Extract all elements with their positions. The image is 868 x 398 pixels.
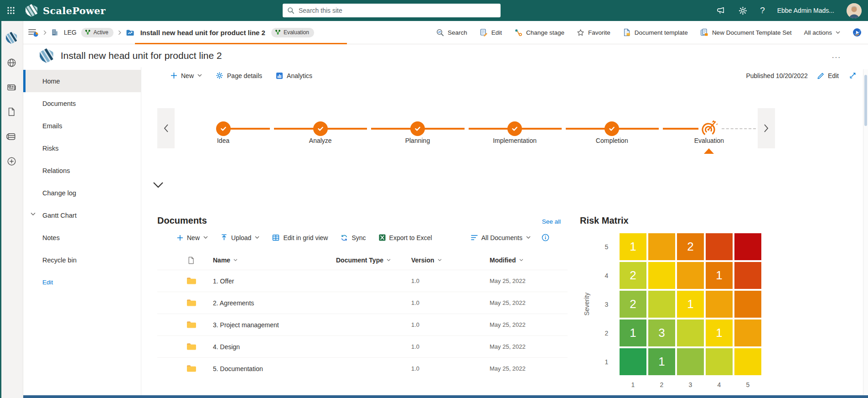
sidebar-item[interactable]: Recycle bin — [23, 249, 141, 271]
risk-cell[interactable] — [620, 348, 646, 375]
help-icon[interactable]: ? — [760, 5, 765, 16]
timeline-scroll-right[interactable] — [758, 108, 775, 148]
page-details-button[interactable]: Page details — [216, 72, 262, 79]
site-search-box[interactable] — [283, 4, 501, 17]
site-status-badge[interactable]: Active — [81, 28, 114, 37]
timeline-stage[interactable]: Planning — [369, 108, 466, 148]
avatar[interactable] — [847, 3, 862, 18]
rail-home-site[interactable] — [0, 26, 23, 50]
rail-add-icon[interactable] — [0, 149, 23, 173]
timeline-stage[interactable]: Implementation — [466, 108, 563, 148]
timeline-stage[interactable]: Completion — [563, 108, 661, 148]
settings-gear-icon[interactable] — [738, 6, 748, 16]
sidebar-item[interactable]: Notes — [23, 226, 141, 249]
change-stage-action[interactable]: Change stage — [514, 28, 564, 37]
edit-page-button[interactable]: Edit — [817, 72, 839, 79]
see-all-link[interactable]: See all — [542, 218, 561, 225]
scrollbar-thumb[interactable] — [864, 75, 867, 126]
column-header-document-type[interactable]: Document Type — [336, 257, 411, 264]
timeline-stage[interactable]: Idea — [175, 108, 272, 148]
page-stage-badge[interactable]: Evaluation — [271, 28, 314, 37]
table-row[interactable]: 1. Offer 1.0 May 25, 2022 — [157, 270, 568, 292]
rail-globe-icon[interactable] — [0, 50, 23, 75]
risk-cell[interactable]: 2 — [620, 262, 646, 289]
sidebar-item[interactable]: Home — [23, 70, 141, 92]
app-launcher-icon[interactable] — [0, 0, 22, 21]
expand-icon[interactable] — [849, 72, 857, 79]
rail-news-icon[interactable] — [0, 75, 23, 100]
risk-cell[interactable] — [677, 348, 704, 375]
vertical-scrollbar[interactable] — [863, 69, 868, 398]
table-row[interactable]: 3. Project management 1.0 May 25, 2022 — [157, 314, 568, 335]
sidebar-item[interactable]: Change log — [23, 182, 141, 204]
risk-cell[interactable]: 1 — [620, 233, 646, 260]
site-list-menu-icon[interactable] — [28, 28, 39, 37]
collapse-section-chevron[interactable] — [152, 181, 164, 189]
scalepower-logo[interactable]: ScalePower — [25, 4, 106, 17]
risk-cell[interactable]: 1 — [620, 319, 646, 346]
new-button[interactable]: New — [170, 72, 202, 79]
view-selector[interactable]: All Documents — [471, 234, 531, 241]
timeline-stage[interactable]: Analyze — [272, 108, 369, 148]
breadcrumb-page[interactable]: Install new head unit for product line 2 — [140, 29, 265, 37]
table-row[interactable]: 4. Design 1.0 May 25, 2022 — [157, 335, 568, 357]
table-row[interactable]: 5. Documentation 1.0 May 25, 2022 — [157, 357, 568, 379]
sidebar-item[interactable]: Emails — [23, 115, 141, 137]
search-action[interactable]: Search — [436, 28, 467, 37]
risk-cell[interactable] — [677, 262, 704, 289]
sidebar-item[interactable]: Risks — [23, 137, 141, 159]
sidebar-item[interactable]: Documents — [23, 92, 141, 115]
risk-cell[interactable]: 1 — [648, 348, 675, 375]
upload-button[interactable]: Upload — [221, 234, 259, 241]
risk-cell[interactable]: 2 — [620, 291, 646, 318]
document-template-action[interactable]: Document template — [623, 28, 688, 37]
risk-cell[interactable]: 1 — [706, 319, 733, 346]
site-search-input[interactable] — [299, 7, 496, 14]
timeline-scroll-left[interactable] — [157, 108, 175, 148]
risk-cell[interactable] — [734, 319, 761, 346]
risk-cell[interactable] — [734, 262, 761, 289]
info-icon[interactable] — [542, 234, 549, 241]
table-row[interactable]: 2. Agreements 1.0 May 25, 2022 — [157, 292, 568, 314]
risk-cell[interactable] — [677, 319, 704, 346]
sidebar-item[interactable]: Gantt Chart — [23, 204, 141, 226]
breadcrumb-site[interactable]: LEG — [64, 29, 77, 36]
risk-cell[interactable]: 2 — [677, 233, 704, 260]
risk-cell[interactable] — [734, 291, 761, 318]
analytics-button[interactable]: Analytics — [276, 72, 312, 79]
risk-cell[interactable]: 1 — [706, 262, 733, 289]
risk-cell[interactable] — [648, 291, 675, 318]
column-header-modified[interactable]: Modified — [490, 257, 568, 264]
rail-document-icon[interactable] — [0, 100, 23, 124]
risk-cell[interactable]: 3 — [648, 319, 675, 346]
document-name: 1. Offer — [213, 278, 336, 285]
risk-cell[interactable] — [648, 233, 675, 260]
favorite-action[interactable]: Favorite — [577, 29, 610, 37]
export-to-excel-button[interactable]: Export to Excel — [379, 234, 432, 241]
horizontal-scrollbar[interactable] — [23, 395, 868, 398]
documents-new-button[interactable]: New — [177, 234, 208, 241]
new-document-template-set-action[interactable]: New Document Template Set — [700, 28, 792, 37]
column-header-name[interactable]: Name — [213, 257, 336, 264]
risk-cell[interactable]: 1 — [677, 291, 704, 318]
announcements-icon[interactable] — [716, 6, 726, 16]
all-actions-menu[interactable]: All actions — [804, 29, 840, 36]
rail-database-icon[interactable] — [0, 124, 23, 149]
edit-grid-view-button[interactable]: Edit in grid view — [272, 234, 328, 241]
risk-cell[interactable] — [734, 348, 761, 375]
user-name[interactable]: Ebbe Admin Mads... — [777, 7, 834, 14]
file-type-column-icon[interactable] — [157, 257, 213, 264]
assistant-bubble[interactable] — [852, 28, 862, 37]
risk-cell[interactable] — [706, 233, 733, 260]
risk-cell[interactable] — [706, 348, 733, 375]
risk-cell[interactable] — [648, 262, 675, 289]
risk-cell[interactable] — [734, 233, 761, 260]
sidebar-item[interactable]: Relations — [23, 159, 141, 182]
timeline-stage[interactable]: Evaluation — [661, 108, 758, 148]
sync-button[interactable]: Sync — [341, 234, 366, 241]
sidebar-item[interactable]: Edit — [23, 271, 141, 293]
risk-cell[interactable] — [706, 291, 733, 318]
column-header-version[interactable]: Version — [411, 257, 490, 264]
edit-action[interactable]: Edit — [480, 28, 502, 37]
more-options-icon[interactable]: ... — [832, 51, 841, 60]
